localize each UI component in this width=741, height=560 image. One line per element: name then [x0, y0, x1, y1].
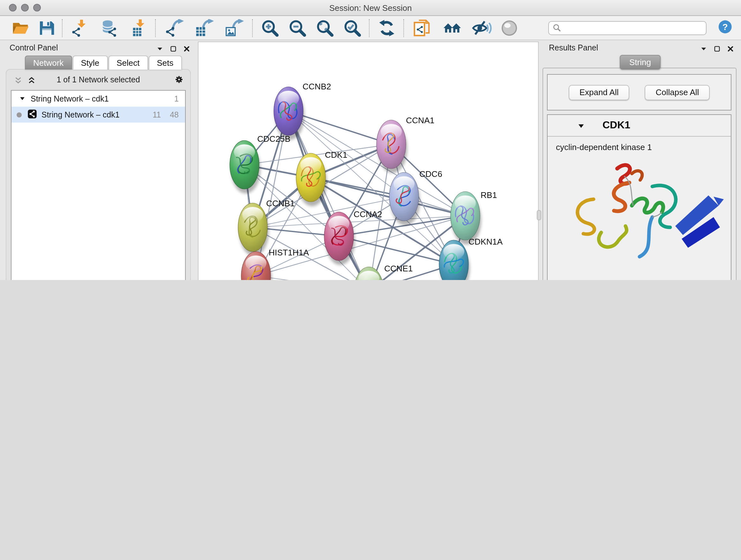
- network-selection-bar: 1 of 1 Network selected: [6, 72, 190, 87]
- panel-close-icon[interactable]: [183, 44, 190, 55]
- export-network-icon[interactable]: [162, 17, 186, 38]
- tab-sets[interactable]: Sets: [148, 56, 182, 70]
- panel-menu-icon[interactable]: [156, 44, 163, 55]
- network-node-CCNA1[interactable]: [377, 120, 407, 173]
- expand-all-button[interactable]: Expand All: [569, 84, 630, 100]
- node-label-CCNA1: CCNA1: [406, 116, 434, 125]
- export-image-icon[interactable]: [222, 17, 246, 38]
- protein-name: CDK1: [603, 119, 630, 131]
- application-window: Session: New Session ? Control Panel Net…: [0, 0, 741, 280]
- copy-network-icon[interactable]: [410, 17, 433, 38]
- import-network-icon[interactable]: [69, 17, 91, 38]
- gray-eye-icon[interactable]: [499, 17, 520, 38]
- search-input[interactable]: [561, 21, 705, 34]
- panel-close-icon[interactable]: [727, 44, 734, 55]
- zoom-fit-icon[interactable]: [314, 17, 336, 38]
- import-table-icon[interactable]: [128, 17, 149, 38]
- network-node-CDC25B[interactable]: [230, 140, 260, 193]
- tab-string[interactable]: String: [620, 55, 661, 70]
- results-panel-title: Results Panel: [549, 44, 598, 52]
- protein-section-header[interactable]: CDK1: [548, 115, 731, 137]
- node-label-HIST1H1A: HIST1H1A: [269, 248, 309, 257]
- network-node-CCNB1[interactable]: [238, 203, 269, 256]
- control-panel: Control Panel NetworkStyleSelectSets 1 o…: [2, 42, 195, 280]
- title-bar: Session: New Session: [0, 0, 741, 16]
- window-title: Session: New Session: [0, 3, 741, 13]
- network-selection-text: 1 of 1 Network selected: [6, 75, 190, 84]
- search-box[interactable]: [548, 21, 706, 35]
- splitter-grip[interactable]: [537, 210, 541, 220]
- control-panel-tabs: NetworkStyleSelectSets: [25, 56, 183, 70]
- refresh-icon[interactable]: [376, 17, 398, 38]
- collapse-caret-icon[interactable]: [577, 121, 585, 132]
- protein-description: cyclin-dependent kinase 1: [556, 142, 652, 152]
- network-view-panel[interactable]: CCNB2CCNA1CDC25BCDK1CDC6RB1CCNB1CCNA2CDK…: [198, 42, 539, 280]
- network-node-CDC6[interactable]: [389, 172, 420, 226]
- string-results-container: Expand All Collapse All CDK1 cyclin-depe…: [542, 68, 737, 280]
- node-label-CDC25B: CDC25B: [257, 134, 290, 144]
- node-label-CCNE1: CCNE1: [384, 264, 413, 273]
- control-panel-header: Control Panel: [2, 42, 195, 54]
- protein-structure-image: [556, 157, 724, 269]
- tree-row-network[interactable]: String Network – cdk1 11 48: [11, 107, 185, 123]
- tab-network[interactable]: Network: [25, 56, 72, 70]
- svg-text:?: ?: [722, 22, 728, 32]
- export-table-icon[interactable]: [192, 17, 216, 38]
- results-panel: Results Panel String Expand All Collapse…: [541, 42, 739, 280]
- node-label-RB1: RB1: [481, 190, 497, 200]
- main-area: Control Panel NetworkStyleSelectSets 1 o…: [0, 40, 741, 280]
- network-canvas[interactable]: CCNB2CCNA1CDC25BCDK1CDC6RB1CCNB1CCNA2CDK…: [199, 42, 538, 280]
- node-label-CDC6: CDC6: [419, 169, 442, 179]
- node-label-CCNB1: CCNB1: [266, 199, 294, 208]
- node-label-CDKN1A: CDKN1A: [468, 237, 502, 246]
- search-icon: [552, 23, 561, 32]
- collection-count: 1: [174, 94, 179, 103]
- help-icon[interactable]: ?: [718, 19, 732, 37]
- expand-collapse-row: Expand All Collapse All: [547, 74, 731, 111]
- protein-section: CDK1 cyclin-dependent kinase 1: [547, 114, 731, 280]
- network-node-CCNB2[interactable]: [274, 87, 305, 140]
- network-edge[interactable]: [311, 178, 465, 216]
- tree-collection-label: String Network – cdk1: [30, 94, 109, 103]
- open-folder-icon[interactable]: [10, 17, 31, 38]
- tab-select[interactable]: Select: [108, 56, 148, 70]
- network-list-container: 1 of 1 Network selected String Network –…: [6, 69, 191, 280]
- zoom-selected-icon[interactable]: [341, 17, 363, 38]
- node-label-CDK1: CDK1: [325, 150, 347, 160]
- zoom-out-icon[interactable]: [286, 17, 308, 38]
- main-toolbar: ?: [0, 16, 741, 40]
- control-panel-title: Control Panel: [10, 44, 58, 52]
- node-label-CCNA2: CCNA2: [354, 209, 382, 219]
- string-network-badge-icon: [27, 109, 37, 120]
- network-edge[interactable]: [256, 276, 369, 280]
- tree-expand-caret-icon[interactable]: [19, 94, 25, 103]
- tree-row-collection[interactable]: String Network – cdk1 1: [11, 91, 185, 107]
- network-name-label: String Network – cdk1: [42, 110, 120, 119]
- panel-menu-icon[interactable]: [700, 44, 707, 55]
- tab-style[interactable]: Style: [72, 56, 108, 70]
- home-view-icon[interactable]: [439, 17, 463, 38]
- results-panel-header: Results Panel: [541, 42, 739, 54]
- network-node-CDKN1A[interactable]: [439, 240, 470, 280]
- network-node-CCNA2[interactable]: [324, 212, 355, 265]
- panel-float-icon[interactable]: [170, 44, 177, 55]
- node-label-CCNB2: CCNB2: [302, 82, 331, 91]
- zoom-in-icon[interactable]: [259, 17, 281, 38]
- node-count: 11: [152, 110, 161, 119]
- network-status-dot: [17, 112, 22, 117]
- import-database-icon[interactable]: [96, 17, 122, 38]
- panel-float-icon[interactable]: [714, 44, 721, 55]
- network-tree: String Network – cdk1 1 String Network –…: [11, 90, 186, 280]
- hide-eye-icon[interactable]: [469, 17, 493, 38]
- save-icon[interactable]: [37, 17, 56, 38]
- network-options-gear-icon[interactable]: [174, 75, 184, 87]
- edge-count: 48: [170, 110, 179, 119]
- collapse-all-button[interactable]: Collapse All: [645, 84, 710, 100]
